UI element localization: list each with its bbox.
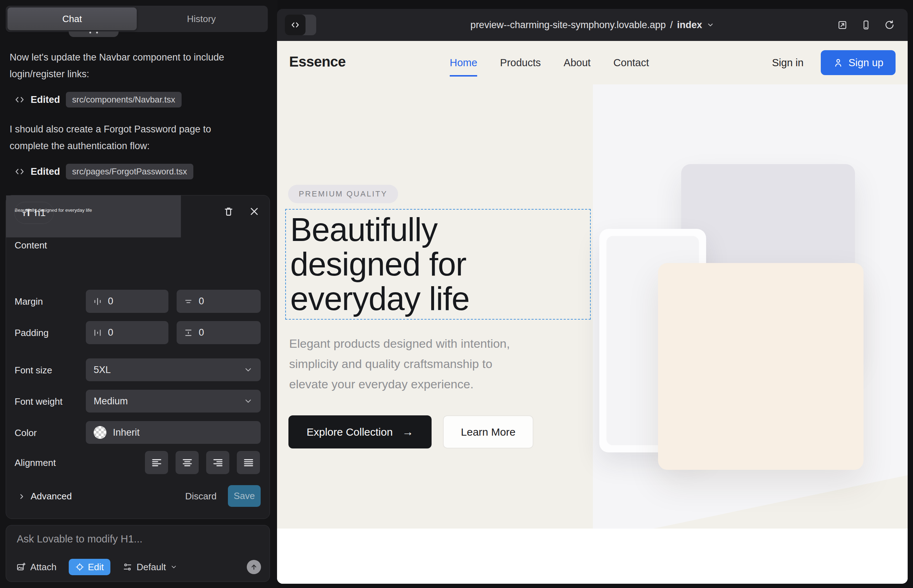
- code-toggle-segment[interactable]: [285, 15, 306, 35]
- color-select[interactable]: Inherit: [86, 421, 261, 444]
- font-weight-label: Font weight: [15, 396, 62, 407]
- chevron-right-icon: [18, 493, 26, 501]
- target-icon: [75, 562, 84, 572]
- tab-history[interactable]: History: [137, 8, 266, 30]
- site-logo[interactable]: Essence: [289, 54, 346, 70]
- code-preview-toggle[interactable]: [285, 15, 316, 35]
- font-size-label: Font size: [15, 365, 52, 376]
- alignment-label: Alignment: [15, 457, 56, 468]
- align-center-icon: [181, 457, 193, 469]
- align-justify-button[interactable]: [237, 451, 260, 474]
- margin-label: Margin: [15, 296, 43, 307]
- attach-label: Attach: [30, 562, 57, 573]
- hero-badge: PREMIUM QUALITY: [288, 185, 398, 203]
- send-button[interactable]: [247, 560, 261, 574]
- align-left-icon: [151, 457, 163, 469]
- advanced-label: Advanced: [31, 491, 72, 502]
- padding-y-icon: [184, 328, 193, 338]
- mode-label: Default: [137, 562, 166, 573]
- composer-input[interactable]: [17, 533, 259, 545]
- padding-x-input[interactable]: [108, 327, 161, 338]
- selected-h1-outline[interactable]: Beautifully designed for everyday life: [285, 209, 591, 320]
- align-center-button[interactable]: [176, 451, 199, 474]
- font-size-value: 5XL: [94, 365, 111, 375]
- sidebar-tabs: Chat History: [6, 6, 268, 32]
- code-icon: [14, 166, 25, 177]
- file-chip[interactable]: src/pages/ForgotPassword.tsx: [66, 164, 194, 179]
- sign-in-link[interactable]: Sign in: [772, 57, 804, 69]
- align-left-button[interactable]: [145, 451, 168, 474]
- site-navbar: Essence Home Products About Contact Sign…: [277, 41, 908, 84]
- color-swatch-transparent: [94, 426, 107, 439]
- edited-label: Edited: [31, 166, 60, 177]
- site-preview: Essence Home Products About Contact Sign…: [277, 41, 908, 584]
- mobile-view-icon[interactable]: [861, 19, 871, 30]
- refresh-icon[interactable]: [884, 19, 895, 30]
- mode-select[interactable]: Default: [123, 562, 177, 573]
- explore-collection-button[interactable]: Explore Collection →: [288, 415, 432, 449]
- attach-button[interactable]: Attach: [16, 562, 57, 573]
- padding-label: Padding: [15, 328, 49, 339]
- decorative-wedge: [653, 475, 908, 528]
- arrow-up-icon: [250, 563, 258, 571]
- padding-y-input[interactable]: [199, 327, 254, 338]
- url-bar[interactable]: preview--charming-site-symphony.lovable.…: [277, 9, 908, 41]
- edited-file-row[interactable]: Edited src/components/Navbar.tsx: [14, 92, 181, 108]
- padding-x-field[interactable]: [86, 321, 168, 344]
- edit-label: Edit: [88, 562, 104, 573]
- app-root: Chat History Now let's update the Navbar…: [0, 0, 913, 588]
- font-weight-select[interactable]: Medium: [86, 390, 261, 412]
- element-editor-panel: тT h1 Content Beautifully designed for e…: [6, 195, 270, 519]
- hero-paragraph: Elegant products designed with intention…: [289, 333, 510, 394]
- file-chip[interactable]: src/components/Navbar.tsx: [66, 92, 181, 108]
- delete-element-icon[interactable]: [223, 205, 235, 218]
- learn-more-button[interactable]: Learn More: [443, 415, 533, 449]
- text-type-icon: тT: [23, 207, 31, 218]
- url-text: preview--charming-site-symphony.lovable.…: [470, 19, 666, 31]
- code-icon: [290, 20, 300, 30]
- nav-link-products[interactable]: Products: [500, 57, 541, 69]
- save-button[interactable]: Save: [228, 485, 261, 507]
- margin-x-field[interactable]: [86, 290, 168, 313]
- margin-y-icon: [184, 297, 193, 306]
- font-size-select[interactable]: 5XL: [86, 359, 261, 381]
- margin-y-field[interactable]: [176, 290, 261, 313]
- explore-collection-label: Explore Collection: [307, 426, 393, 438]
- element-tag-badge[interactable]: тT h1: [14, 202, 54, 224]
- chat-composer: Attach Edit Default: [6, 525, 270, 582]
- edit-mode-button[interactable]: Edit: [69, 559, 110, 575]
- margin-y-input[interactable]: [199, 296, 254, 307]
- nav-link-about[interactable]: About: [564, 57, 591, 69]
- arrow-right-icon: →: [402, 425, 413, 438]
- site-lower-section: [277, 528, 908, 584]
- align-justify-icon: [243, 457, 254, 469]
- edited-file-row[interactable]: Edited src/pages/ForgotPassword.tsx: [14, 164, 193, 179]
- sign-up-button[interactable]: Sign up: [821, 50, 895, 75]
- tab-chat[interactable]: Chat: [8, 8, 137, 30]
- discard-button[interactable]: Discard: [185, 491, 217, 502]
- close-panel-icon[interactable]: [248, 205, 260, 218]
- alignment-group: [145, 451, 260, 474]
- hero-section: PREMIUM QUALITY Beautifully designed for…: [277, 84, 908, 528]
- composer-toolbar: Attach Edit Default: [16, 559, 261, 575]
- margin-x-input[interactable]: [108, 296, 161, 307]
- nav-link-contact[interactable]: Contact: [614, 57, 649, 69]
- element-tag-name: h1: [34, 207, 45, 218]
- site-nav-actions: Sign in Sign up: [772, 41, 895, 84]
- scrolled-chip-partial: [69, 31, 118, 37]
- chevron-down-icon: [244, 365, 253, 375]
- padding-y-field[interactable]: [176, 321, 261, 344]
- open-external-icon[interactable]: [837, 19, 848, 30]
- url-separator: /: [670, 19, 673, 31]
- align-right-button[interactable]: [206, 451, 229, 474]
- chrome-actions: [837, 9, 895, 41]
- color-value: Inherit: [113, 427, 139, 438]
- attach-image-icon: [16, 562, 26, 572]
- align-right-icon: [212, 457, 224, 469]
- nav-link-home[interactable]: Home: [450, 57, 477, 69]
- site-nav-links: Home Products About Contact: [450, 41, 649, 84]
- chat-message: I should also create a Forgot Password p…: [10, 121, 244, 155]
- sidebar: Chat History Now let's update the Navbar…: [0, 0, 277, 588]
- hero-cta-row: Explore Collection → Learn More: [288, 415, 533, 449]
- advanced-toggle[interactable]: Advanced: [18, 491, 72, 502]
